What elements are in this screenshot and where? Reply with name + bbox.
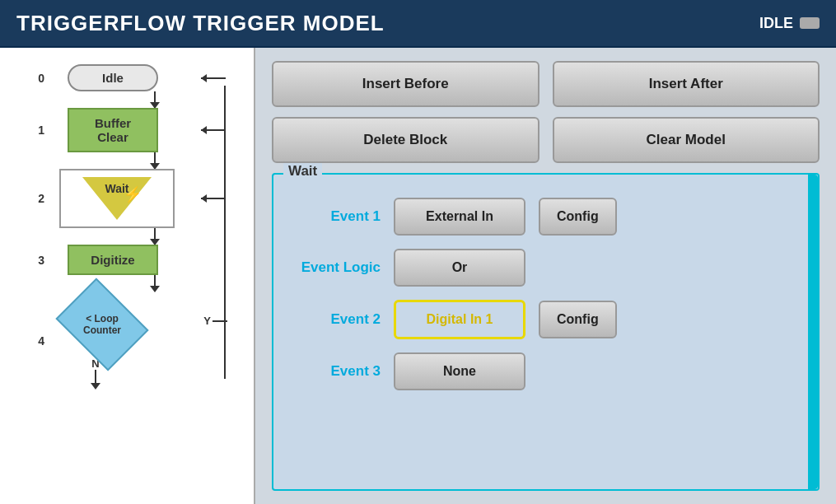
action-buttons-row2: Delete Block Clear Model xyxy=(272,117,820,163)
event1-button[interactable]: External In xyxy=(394,198,525,236)
arrow-0-1 xyxy=(84,91,226,108)
event2-label: Event 2 xyxy=(290,311,381,328)
arrow-2-3 xyxy=(84,228,226,245)
header-status: IDLE xyxy=(759,15,820,32)
flow-row-2: 2 Wait ⚡ xyxy=(28,169,226,228)
node-wait-selected[interactable]: Wait ⚡ xyxy=(59,169,175,228)
arrow-1-2 xyxy=(84,152,226,169)
insert-after-button[interactable]: Insert After xyxy=(553,61,820,107)
main-content: 0 Idle 1 xyxy=(0,48,836,504)
row-number-1: 1 xyxy=(28,124,51,137)
node-buffer-clear[interactable]: Buffer Clear xyxy=(68,108,158,152)
delete-block-button[interactable]: Delete Block xyxy=(272,117,539,163)
app-title: TRIGGERFLOW TRIGGER MODEL xyxy=(16,11,385,36)
flow-row-4: 4 < Loop Counter N xyxy=(28,292,226,390)
action-buttons-row1: Insert Before Insert After xyxy=(272,61,820,107)
row-number-4: 4 xyxy=(28,334,51,348)
wait-section-title: Wait xyxy=(283,163,322,180)
event3-label: Event 3 xyxy=(290,363,381,380)
flow-row-3: 3 Digitize xyxy=(28,245,226,275)
status-icon xyxy=(800,17,820,29)
status-text: IDLE xyxy=(759,15,793,32)
event2-row: Event 2 Digital In 1 Config xyxy=(290,300,801,339)
row-number-2: 2 xyxy=(28,192,51,205)
event1-label: Event 1 xyxy=(290,208,381,225)
flow-row-1: 1 Buffer Clear xyxy=(28,108,226,152)
wait-section: Wait Event 1 External In Config Event Lo… xyxy=(272,173,820,491)
flowchart-panel: 0 Idle 1 xyxy=(0,48,255,504)
row-number-0: 0 xyxy=(28,72,51,85)
flow-row-0: 0 Idle xyxy=(28,64,226,91)
event-logic-button[interactable]: Or xyxy=(394,249,525,287)
event3-row: Event 3 None xyxy=(290,352,801,390)
event2-config-button[interactable]: Config xyxy=(539,301,617,338)
y-label: Y xyxy=(203,315,211,327)
arrow-buffer-clear xyxy=(201,129,226,131)
insert-before-button[interactable]: Insert Before xyxy=(272,61,539,107)
event1-row: Event 1 External In Config xyxy=(290,198,801,236)
lightning-icon: ⚡ xyxy=(124,185,142,203)
event3-button[interactable]: None xyxy=(394,352,525,390)
event-logic-label: Event Logic xyxy=(290,259,381,276)
wait-triangle: Wait ⚡ xyxy=(82,177,152,220)
app-container: TRIGGERFLOW TRIGGER MODEL IDLE 0 Idle xyxy=(0,0,836,504)
node-loop-counter[interactable]: < Loop Counter xyxy=(61,292,143,357)
event2-button[interactable]: Digital In 1 xyxy=(394,300,525,339)
arrow-idle xyxy=(201,77,226,79)
right-connector-line xyxy=(224,86,226,379)
node-idle[interactable]: Idle xyxy=(68,64,158,91)
clear-model-button[interactable]: Clear Model xyxy=(553,117,820,163)
node-digitize[interactable]: Digitize xyxy=(68,245,158,275)
event-logic-row: Event Logic Or xyxy=(290,249,801,287)
diamond-label: < Loop Counter xyxy=(82,313,123,337)
header: TRIGGERFLOW TRIGGER MODEL IDLE xyxy=(0,0,836,48)
scroll-bar[interactable] xyxy=(808,175,818,489)
right-panel: Insert Before Insert After Delete Block … xyxy=(255,48,836,504)
row-number-3: 3 xyxy=(28,254,51,267)
arrow-wait xyxy=(201,198,226,199)
event1-config-button[interactable]: Config xyxy=(539,198,617,236)
